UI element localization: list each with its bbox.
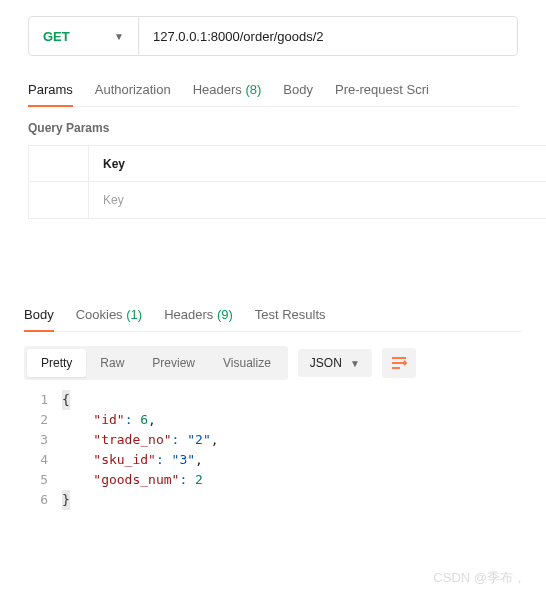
response-tab-cookies-label: Cookies: [76, 307, 123, 322]
response-tab-testresults[interactable]: Test Results: [255, 299, 326, 331]
params-checkbox-cell[interactable]: [29, 182, 89, 218]
code-line: 3 "trade_no": "2",: [24, 430, 522, 450]
code-line: 5 "goods_num": 2: [24, 470, 522, 490]
response-section: Body Cookies (1) Headers (9) Test Result…: [0, 299, 546, 510]
params-key-header: Key: [89, 157, 546, 171]
response-tab-body[interactable]: Body: [24, 299, 54, 332]
response-tab-cookies[interactable]: Cookies (1): [76, 299, 142, 331]
response-tab-headers-count: (9): [217, 307, 233, 322]
tab-body[interactable]: Body: [283, 74, 313, 106]
line-number: 4: [24, 450, 62, 470]
line-number: 2: [24, 410, 62, 430]
response-toolbar: Pretty Raw Preview Visualize JSON ▼: [24, 346, 522, 380]
response-tab-headers-label: Headers: [164, 307, 213, 322]
line-number: 6: [24, 490, 62, 510]
wrap-icon: [391, 356, 407, 370]
url-input[interactable]: 127.0.0.1:8000/order/goods/2: [139, 17, 517, 55]
watermark: CSDN @季布，: [433, 569, 526, 587]
request-tabs: Params Authorization Headers (8) Body Pr…: [28, 74, 518, 107]
response-tabs: Body Cookies (1) Headers (9) Test Result…: [24, 299, 522, 332]
params-input-row[interactable]: Key: [29, 182, 546, 218]
chevron-down-icon: ▼: [114, 31, 124, 42]
code-line: 4 "sku_id": "3",: [24, 450, 522, 470]
response-tab-cookies-count: (1): [126, 307, 142, 322]
wrap-button[interactable]: [382, 348, 416, 378]
params-header-checkbox-cell: [29, 146, 89, 181]
view-preview-button[interactable]: Preview: [138, 349, 209, 377]
chevron-down-icon: ▼: [350, 358, 360, 369]
request-bar: GET ▼ 127.0.0.1:8000/order/goods/2: [28, 16, 518, 56]
format-select-label: JSON: [310, 356, 342, 370]
http-method-label: GET: [43, 29, 70, 44]
params-key-input[interactable]: Key: [89, 193, 546, 207]
code-line: 6 }: [24, 490, 522, 510]
params-header-row: Key: [29, 146, 546, 182]
query-params-table: Key Key: [28, 145, 546, 219]
tab-headers-label: Headers: [193, 82, 242, 97]
tab-authorization[interactable]: Authorization: [95, 74, 171, 106]
view-raw-button[interactable]: Raw: [86, 349, 138, 377]
view-buttons: Pretty Raw Preview Visualize: [24, 346, 288, 380]
code-line: 2 "id": 6,: [24, 410, 522, 430]
line-number: 3: [24, 430, 62, 450]
format-select[interactable]: JSON ▼: [298, 349, 372, 377]
tab-prerequest[interactable]: Pre-request Scri: [335, 74, 429, 106]
line-number: 1: [24, 390, 62, 410]
response-code-view[interactable]: 1 { 2 "id": 6, 3 "trade_no": "2", 4 "sku…: [24, 390, 522, 510]
tab-headers-count: (8): [245, 82, 261, 97]
tab-headers[interactable]: Headers (8): [193, 74, 262, 106]
query-params-title: Query Params: [28, 121, 518, 135]
code-line: 1 {: [24, 390, 522, 410]
view-visualize-button[interactable]: Visualize: [209, 349, 285, 377]
response-tab-headers[interactable]: Headers (9): [164, 299, 233, 331]
http-method-select[interactable]: GET ▼: [29, 17, 139, 55]
tab-params[interactable]: Params: [28, 74, 73, 107]
view-pretty-button[interactable]: Pretty: [27, 349, 86, 377]
line-number: 5: [24, 470, 62, 490]
